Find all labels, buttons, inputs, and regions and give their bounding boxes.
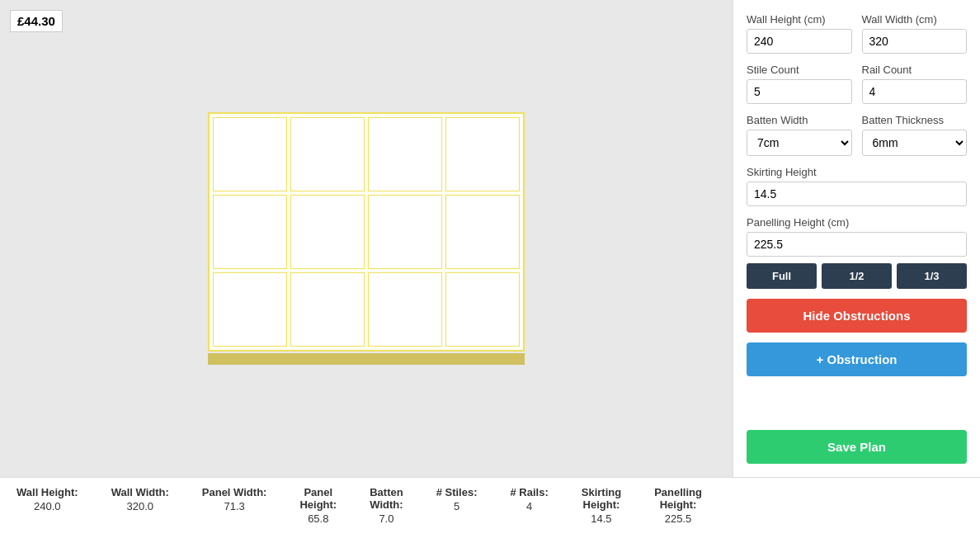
panel-cell bbox=[213, 195, 287, 269]
stat-stile-count-label: # Stiles: bbox=[436, 486, 478, 498]
stat-wall-height: Wall Height: 240.0 bbox=[16, 486, 78, 512]
stile-rail-row: Stile Count Rail Count bbox=[747, 64, 967, 104]
stat-panel-height-label2: Height: bbox=[299, 498, 337, 511]
stat-wall-width-label: Wall Width: bbox=[111, 486, 169, 498]
rail-count-group: Rail Count bbox=[862, 64, 968, 104]
panelling-height-input[interactable] bbox=[747, 232, 967, 257]
stat-stile-count-value: 5 bbox=[454, 500, 459, 512]
wall-width-input[interactable] bbox=[862, 29, 968, 54]
half-height-button[interactable]: 1/2 bbox=[822, 263, 892, 289]
panel-cell bbox=[213, 117, 287, 191]
panel-grid bbox=[208, 112, 525, 352]
save-plan-button[interactable]: Save Plan bbox=[747, 430, 967, 464]
canvas-area: £44.30 bbox=[0, 0, 733, 477]
wall-height-label: Wall Height (cm) bbox=[747, 13, 852, 26]
batten-width-label: Batten Width bbox=[747, 114, 852, 126]
stat-panelling-height-label2: Height: bbox=[660, 498, 697, 511]
full-height-button[interactable]: Full bbox=[747, 263, 817, 289]
stat-batten-width-label: Batten bbox=[370, 486, 403, 498]
panel-cell bbox=[445, 195, 520, 269]
stat-panel-height-value: 65.8 bbox=[308, 512, 328, 525]
panel-cell bbox=[445, 272, 520, 347]
height-buttons-row: Full 1/2 1/3 bbox=[747, 263, 967, 289]
panel-cell bbox=[445, 117, 520, 191]
stat-rail-count-value: 4 bbox=[526, 500, 532, 512]
stat-batten-width-value: 7.0 bbox=[379, 512, 393, 525]
panelling-height-label: Panelling Height (cm) bbox=[747, 216, 967, 229]
stat-panel-width-label: Panel Width: bbox=[202, 486, 267, 498]
panel-cell bbox=[368, 272, 442, 347]
rail-count-input[interactable] bbox=[862, 79, 968, 104]
stat-stile-count: # Stiles: 5 bbox=[436, 486, 478, 512]
rail-count-label: Rail Count bbox=[862, 64, 968, 76]
stat-panelling-height: Panelling Height: 225.5 bbox=[654, 486, 702, 525]
batten-width-select[interactable]: 7cm 8cm 9cm 10cm bbox=[747, 130, 852, 156]
wall-width-label: Wall Width (cm) bbox=[862, 13, 968, 26]
stat-skirting-height-value: 14.5 bbox=[591, 512, 611, 525]
panel-cell bbox=[290, 195, 365, 269]
stat-skirting-height-label2: Height: bbox=[583, 498, 620, 511]
panel-cell bbox=[213, 272, 287, 347]
right-panel: Wall Height (cm) Wall Width (cm) Stile C… bbox=[733, 0, 980, 477]
skirting-height-group: Skirting Height bbox=[747, 166, 967, 206]
third-height-button[interactable]: 1/3 bbox=[897, 263, 967, 289]
hide-obstructions-button[interactable]: Hide Obstructions bbox=[747, 299, 967, 333]
panel-cell bbox=[290, 117, 365, 191]
stat-wall-height-value: 240.0 bbox=[34, 500, 61, 512]
panel-cell bbox=[368, 195, 442, 269]
stat-batten-width-label2: Width: bbox=[370, 498, 403, 511]
stats-bar: Wall Height: 240.0 Wall Width: 320.0 Pan… bbox=[0, 477, 980, 543]
stile-count-group: Stile Count bbox=[747, 64, 852, 104]
stat-panelling-height-label: Panelling bbox=[654, 486, 702, 498]
wall-height-group: Wall Height (cm) bbox=[747, 13, 852, 54]
panelling-height-group: Panelling Height (cm) Full 1/2 1/3 bbox=[747, 216, 967, 289]
skirting-bar bbox=[208, 353, 525, 365]
stile-count-label: Stile Count bbox=[747, 64, 852, 76]
add-obstruction-button[interactable]: + Obstruction bbox=[747, 342, 967, 376]
wall-dimensions-row: Wall Height (cm) Wall Width (cm) bbox=[747, 13, 967, 54]
stat-rail-count: # Rails: 4 bbox=[511, 486, 549, 512]
stat-skirting-height: Skirting Height: 14.5 bbox=[582, 486, 621, 525]
stat-panel-height: Panel Height: 65.8 bbox=[299, 486, 337, 525]
stat-skirting-height-label: Skirting bbox=[582, 486, 621, 498]
batten-thickness-group: Batten Thickness 6mm 9mm 12mm bbox=[862, 114, 968, 156]
stat-wall-width-value: 320.0 bbox=[126, 500, 153, 512]
stat-panel-width: Panel Width: 71.3 bbox=[202, 486, 267, 512]
stat-panel-width-value: 71.3 bbox=[224, 500, 244, 512]
stat-wall-height-label: Wall Height: bbox=[16, 486, 78, 498]
panel-grid-container bbox=[208, 112, 525, 365]
panel-cell bbox=[290, 272, 365, 347]
stat-rail-count-label: # Rails: bbox=[511, 486, 549, 498]
stile-count-input[interactable] bbox=[747, 79, 852, 104]
batten-row: Batten Width 7cm 8cm 9cm 10cm Batten Thi… bbox=[747, 114, 967, 156]
stat-panel-height-label: Panel bbox=[304, 486, 332, 498]
batten-thickness-label: Batten Thickness bbox=[862, 114, 968, 126]
batten-thickness-select[interactable]: 6mm 9mm 12mm bbox=[862, 130, 968, 156]
panel-cell bbox=[368, 117, 442, 191]
wall-width-group: Wall Width (cm) bbox=[862, 13, 968, 54]
stat-wall-width: Wall Width: 320.0 bbox=[111, 486, 169, 512]
wall-height-input[interactable] bbox=[747, 29, 852, 54]
skirting-height-input[interactable] bbox=[747, 182, 967, 206]
skirting-height-label: Skirting Height bbox=[747, 166, 967, 178]
batten-width-group: Batten Width 7cm 8cm 9cm 10cm bbox=[747, 114, 852, 156]
stat-batten-width: Batten Width: 7.0 bbox=[370, 486, 403, 525]
price-badge: £44.30 bbox=[10, 10, 63, 32]
stat-panelling-height-value: 225.5 bbox=[665, 512, 692, 525]
